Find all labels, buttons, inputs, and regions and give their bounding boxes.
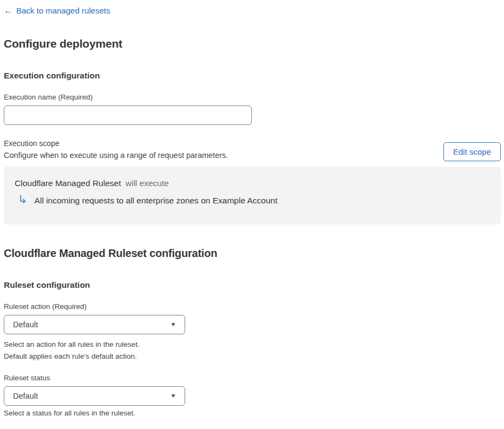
execution-name-input[interactable] [4,105,252,125]
execution-name-label: Execution name (Required) [4,93,501,101]
ruleset-configuration-heading: Cloudflare Managed Ruleset configuration [4,247,501,260]
execution-scope-description: Configure when to execute using a range … [4,151,228,160]
ruleset-status-label: Ruleset status [4,374,501,382]
summary-scope-line: ↳ All incoming requests to all enterpris… [15,195,490,207]
branch-arrow-icon: ↳ [18,194,28,205]
ruleset-status-select[interactable]: Default ▼ [4,386,185,406]
ruleset-action-help-line2: Default applies each rule's default acti… [4,351,501,362]
ruleset-status-selected-value: Default [13,392,38,400]
execution-scope-summary: Cloudflare Managed Ruleset will execute … [4,167,501,225]
execution-scope-label: Execution scope [4,139,228,148]
configure-deployment-page: ← Back to managed rulesets Configure dep… [0,0,504,429]
execution-configuration-heading: Execution configuration [4,71,501,81]
summary-will-execute-label: will execute [126,179,169,188]
ruleset-status-help-line1: Select a status for all rules in the rul… [4,409,501,417]
back-link[interactable]: ← Back to managed rulesets [4,6,110,15]
ruleset-configuration-subheading: Ruleset configuration [4,280,501,290]
dropdown-caret-icon: ▼ [170,393,176,399]
back-arrow-icon: ← [4,6,12,15]
ruleset-action-label: Ruleset action (Required) [4,302,501,311]
page-title: Configure deployment [4,37,501,50]
summary-will-execute-line: Cloudflare Managed Ruleset will execute [15,179,490,188]
back-link-label: Back to managed rulesets [16,6,110,15]
ruleset-action-selected-value: Default [13,320,38,329]
execution-scope-text: Execution scope Configure when to execut… [4,139,228,160]
ruleset-action-select[interactable]: Default ▼ [4,315,185,334]
summary-scope-value: All incoming requests to all enterprise … [35,196,278,206]
edit-scope-button[interactable]: Edit scope [443,142,501,161]
ruleset-action-help-line1: Select an action for all rules in the ru… [4,339,501,351]
ruleset-action-help: Select an action for all rules in the ru… [4,339,501,362]
dropdown-caret-icon: ▼ [170,321,176,327]
execution-scope-row: Execution scope Configure when to execut… [4,139,501,161]
summary-ruleset-name: Cloudflare Managed Ruleset [15,179,121,188]
